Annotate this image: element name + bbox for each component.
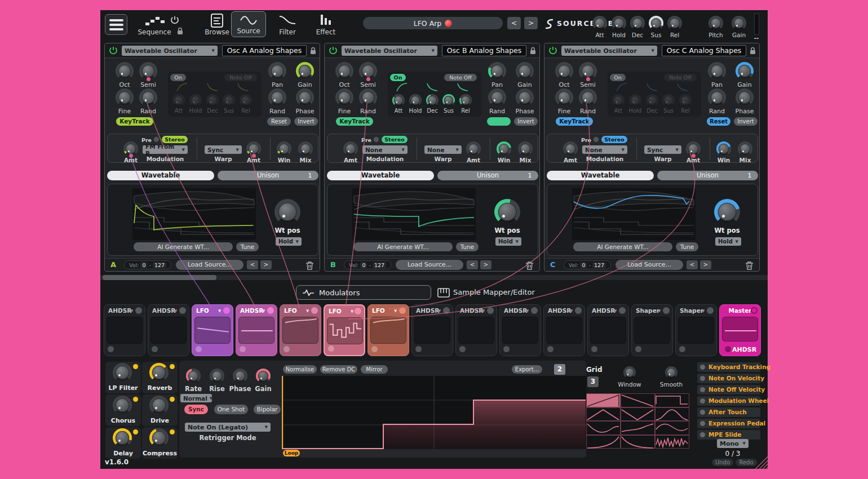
- pitch-knob[interactable]: [708, 16, 723, 30]
- wavetable-display[interactable]: AI Generate WT... Tune Wt pos Hold: [107, 184, 318, 256]
- filter-icon[interactable]: [278, 15, 296, 26]
- hold-dropdown[interactable]: Hold: [495, 237, 521, 246]
- grid-y-value[interactable]: 3: [587, 376, 599, 387]
- mod-source-after-touch[interactable]: After Touch: [697, 407, 760, 417]
- mod-slot-7-lfo[interactable]: LFO▼: [367, 304, 409, 356]
- rand-knob[interactable]: [139, 88, 157, 107]
- osc-lock-icon[interactable]: [310, 47, 316, 55]
- env-hold-knob[interactable]: [409, 94, 422, 107]
- reset-button[interactable]: Reset: [707, 117, 730, 126]
- delay-knob[interactable]: [113, 428, 132, 447]
- oct-knob[interactable]: [335, 62, 353, 80]
- lock-icon[interactable]: [177, 27, 183, 35]
- lfo-shape-triangle-inv[interactable]: [621, 407, 655, 422]
- osc-type-dropdown[interactable]: Wavetable Oscillator: [561, 46, 657, 56]
- sequence-tab-label[interactable]: Sequence: [133, 29, 176, 36]
- oct-knob[interactable]: [555, 62, 573, 80]
- lfo-phase-knob[interactable]: [233, 369, 247, 383]
- mod-slot-2-ahdsr[interactable]: AHDSR▼: [148, 304, 189, 356]
- load-source-button[interactable]: Load Source...: [396, 260, 463, 270]
- voice-mode-dropdown[interactable]: Mono: [717, 439, 749, 448]
- ai-generate-button[interactable]: AI Generate WT...: [573, 242, 672, 251]
- browse-tab-label[interactable]: Browse: [200, 29, 234, 36]
- pan-knob[interactable]: [268, 62, 286, 80]
- phase-knob[interactable]: [296, 88, 314, 107]
- fine-knob[interactable]: [116, 88, 134, 107]
- lfo-graph[interactable]: [282, 376, 586, 449]
- mix-knob[interactable]: [738, 141, 752, 156]
- mod-slot-12-ahdsr[interactable]: AHDSR▼: [587, 304, 629, 356]
- mod-source-mpe-slide[interactable]: MPE Slide: [697, 430, 760, 440]
- env-on-button[interactable]: On: [170, 74, 186, 81]
- reset-button[interactable]: Reset: [267, 117, 291, 126]
- mod-slot-5-lfo[interactable]: LFO▼: [280, 304, 321, 356]
- osc-gain-knob[interactable]: [296, 62, 314, 80]
- env-sus-knob[interactable]: [223, 94, 235, 107]
- loop-badge[interactable]: Loop: [283, 450, 300, 456]
- smooth-knob[interactable]: [665, 366, 677, 379]
- filter-tab-label[interactable]: Filter: [271, 29, 304, 36]
- phase-knob[interactable]: [516, 88, 534, 107]
- compress-knob[interactable]: [149, 428, 169, 447]
- mod-slot-14-shaper[interactable]: Shaper▼: [675, 304, 717, 356]
- trash-icon[interactable]: [305, 261, 314, 270]
- trash-icon[interactable]: [525, 261, 534, 270]
- env-on-button[interactable]: On: [610, 74, 626, 81]
- semi-knob[interactable]: [139, 62, 157, 80]
- wt-pos-knob[interactable]: [274, 199, 300, 225]
- preset-prev-button[interactable]: <: [507, 17, 521, 29]
- source-prev-button[interactable]: <: [687, 260, 698, 269]
- mod-slot-8-ahdsr[interactable]: AHDSR▼: [411, 304, 453, 356]
- mix-knob[interactable]: [518, 141, 533, 156]
- mod-slot-13-shaper[interactable]: Shaper▼: [631, 304, 673, 356]
- reverb-knob[interactable]: [149, 363, 169, 382]
- source-next-button[interactable]: >: [260, 260, 272, 269]
- drive-knob[interactable]: [149, 396, 169, 415]
- hold-dropdown[interactable]: Hold: [715, 237, 741, 246]
- invert-button[interactable]: Invert: [734, 117, 758, 126]
- mod-slot-6-lfo[interactable]: LFO▼: [324, 304, 365, 356]
- invert-button[interactable]: Invert: [294, 117, 318, 126]
- osc-type-dropdown[interactable]: Wavetable Oscillator: [122, 46, 218, 56]
- rand-knob[interactable]: [579, 88, 597, 107]
- env-hold-knob[interactable]: [629, 94, 641, 107]
- win-knob[interactable]: [277, 141, 291, 156]
- invert-button[interactable]: Invert: [514, 117, 538, 126]
- lfo-shape-triangle[interactable]: [586, 407, 621, 422]
- source-tab-label[interactable]: Source: [231, 28, 266, 34]
- env-hold-knob[interactable]: [189, 94, 202, 107]
- source-prev-button[interactable]: <: [467, 260, 478, 269]
- env-att-knob[interactable]: [392, 94, 405, 107]
- win-knob[interactable]: [716, 141, 731, 156]
- lfo-shape-s-curve[interactable]: [586, 421, 621, 435]
- lfo-shape-wave[interactable]: [621, 421, 655, 435]
- pre-toggle[interactable]: [153, 136, 160, 143]
- lfo-shape-saw-up[interactable]: [586, 393, 621, 407]
- stereo-button[interactable]: Stereo: [601, 136, 627, 143]
- ai-generate-button[interactable]: AI Generate WT...: [353, 242, 453, 251]
- mod-slot-3-lfo[interactable]: LFO▼: [192, 304, 233, 356]
- mod-amt-knob[interactable]: [343, 141, 358, 156]
- preset-field[interactable]: LFO Arp: [363, 17, 503, 29]
- osc-power-icon[interactable]: [548, 46, 557, 55]
- mod-source-note-off-velocity[interactable]: Note Off Velocity: [697, 385, 760, 394]
- velocity-range[interactable]: Vel:0-127: [564, 260, 611, 269]
- mod-slot-4-ahdsr[interactable]: AHDSR▼: [236, 304, 277, 356]
- undo-button[interactable]: Undo: [712, 459, 733, 466]
- lfo-shape-saw-down[interactable]: [621, 393, 655, 407]
- gain-knob[interactable]: [732, 16, 746, 30]
- fx-enable-dot[interactable]: [133, 429, 138, 434]
- lfo-graph-scroll[interactable]: Loop: [282, 449, 586, 457]
- sample-mapper-label[interactable]: Sample Mapper/Editor: [453, 289, 543, 296]
- load-source-button[interactable]: Load Source...: [615, 260, 683, 270]
- phase-rand-knob[interactable]: [708, 88, 726, 107]
- mirror-button[interactable]: Mirror: [361, 365, 388, 374]
- warp-dropdown[interactable]: Sync: [644, 145, 681, 154]
- env-sus-knob[interactable]: [442, 94, 455, 107]
- mod-source-note-on-velocity[interactable]: Note On Velocity: [697, 374, 760, 383]
- tab-wavetable[interactable]: Wavetable: [547, 171, 654, 180]
- osc-gain-knob[interactable]: [516, 62, 534, 80]
- env-dec-knob[interactable]: [426, 94, 439, 107]
- export-button[interactable]: Export...: [512, 365, 542, 374]
- stereo-button[interactable]: Stereo: [162, 136, 188, 143]
